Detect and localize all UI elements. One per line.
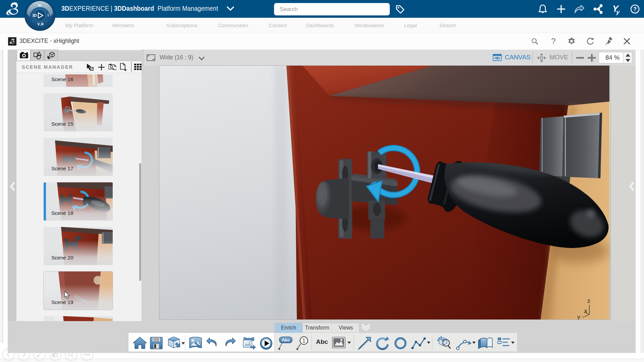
svg-text:3D: 3D [32, 13, 37, 17]
svg-text:?: ? [551, 37, 555, 45]
svg-text:i: i [48, 13, 49, 17]
svg-text:Abc: Abc [282, 338, 290, 343]
svg-text:?: ? [633, 6, 637, 12]
svg-text:ʹ: ʹ [49, 12, 50, 15]
svg-text:y: y [577, 314, 580, 319]
svg-text:x: x [584, 308, 587, 314]
svg-text:V․R: V․R [37, 22, 44, 26]
svg-text:z: z [587, 298, 590, 304]
svg-text:1: 1 [303, 338, 306, 344]
